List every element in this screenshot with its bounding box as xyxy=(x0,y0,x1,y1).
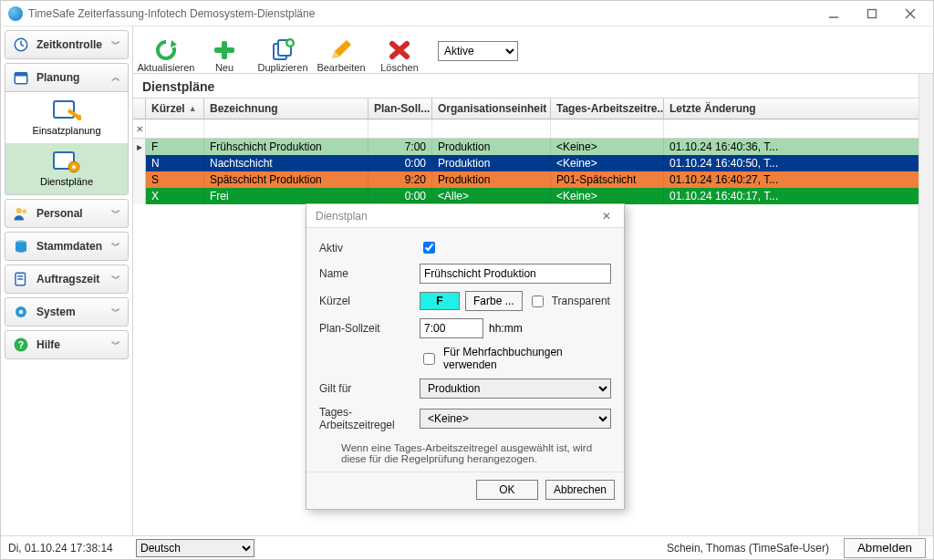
new-button[interactable]: Neu xyxy=(199,29,250,73)
cell-plansoll: 9:20 xyxy=(368,171,432,188)
kuerzel-swatch[interactable]: F xyxy=(420,292,460,310)
cell-plansoll: 0:00 xyxy=(368,188,432,204)
col-bezeichnung[interactable]: Bezeichnung xyxy=(204,99,368,119)
cell-plansoll: 7:00 xyxy=(368,139,432,155)
plansoll-input[interactable] xyxy=(420,318,483,338)
minimize-button[interactable] xyxy=(815,2,853,26)
maximize-button[interactable] xyxy=(853,2,891,26)
pencil-icon xyxy=(328,38,354,62)
cell-aenderung: 01.10.24 16:40:50, T... xyxy=(664,155,933,171)
svg-rect-1 xyxy=(868,9,877,17)
nav-personal[interactable]: Personal ︾ xyxy=(5,199,129,228)
table-row[interactable]: ▸FFrühschicht Produktion7:00Produktion<K… xyxy=(133,139,933,155)
gear-plan-icon xyxy=(52,149,81,174)
transparent-option[interactable]: Transparent xyxy=(528,293,610,310)
cell-kuerzel: S xyxy=(146,171,204,188)
col-tagesregel[interactable]: Tages-Arbeitszeitre... xyxy=(551,99,664,119)
cell-org: Produktion xyxy=(432,139,551,155)
giltfuer-select[interactable]: Produktion xyxy=(420,379,611,399)
nav-dienstplaene[interactable]: Dienstpläne xyxy=(5,143,128,194)
table-row[interactable]: NNachtschicht0:00Produktion<Keine>01.10.… xyxy=(133,155,933,171)
grid-title: Dienstpläne xyxy=(133,74,933,99)
sidebar: Zeitkontrolle ︾ Planung ︽ Einsatzplanung… xyxy=(1,26,133,535)
svg-point-13 xyxy=(72,165,76,169)
nav-einsatzplanung[interactable]: Einsatzplanung xyxy=(5,92,128,143)
grid-scrollbar[interactable] xyxy=(918,74,933,535)
language-select[interactable]: Deutsch xyxy=(136,539,254,557)
label-giltfuer: Gilt für xyxy=(319,382,420,395)
delete-icon xyxy=(387,38,412,62)
svg-point-15 xyxy=(23,210,27,214)
svg-point-14 xyxy=(16,208,22,213)
chevrons-icon: ︽ xyxy=(111,74,120,81)
indicator xyxy=(133,171,146,188)
transparent-checkbox[interactable] xyxy=(532,296,544,307)
nav-planung-children: Einsatzplanung Dienstpläne xyxy=(5,92,129,195)
cell-regel: P01-Spätschicht xyxy=(551,171,664,188)
label-aktiv: Aktiv xyxy=(319,242,420,254)
cancel-button[interactable]: Abbrechen xyxy=(545,480,615,500)
label-kuerzel: Kürzel xyxy=(319,295,420,307)
cell-regel: <Keine> xyxy=(551,188,664,204)
table-row[interactable]: SSpätschicht Produktion9:20ProduktionP01… xyxy=(133,171,933,188)
duplicate-icon xyxy=(270,38,296,62)
cell-bezeichnung: Frühschicht Produktion xyxy=(204,139,368,155)
duplicate-button[interactable]: Duplizieren xyxy=(257,29,308,73)
cell-kuerzel: X xyxy=(146,188,204,204)
label-name: Name xyxy=(319,267,420,280)
ok-button[interactable]: OK xyxy=(476,480,538,500)
svg-rect-8 xyxy=(15,73,27,77)
cell-bezeichnung: Nachtschicht xyxy=(204,155,368,171)
col-indicator[interactable] xyxy=(133,99,146,119)
col-plansoll[interactable]: Plan-Soll... xyxy=(368,99,432,119)
col-aenderung[interactable]: Letzte Änderung xyxy=(664,99,933,119)
hhmm-hint: hh:mm xyxy=(489,322,523,335)
tagesregel-select[interactable]: <Keine> xyxy=(420,409,611,429)
nav-hilfe[interactable]: ? Hilfe ︾ xyxy=(5,330,129,359)
filter-clear[interactable]: ✕ xyxy=(133,119,146,138)
nav-stammdaten[interactable]: Stammdaten ︾ xyxy=(5,232,129,261)
edit-button[interactable]: Bearbeiten xyxy=(316,29,367,73)
farbe-button[interactable]: Farbe ... xyxy=(465,291,523,311)
svg-text:?: ? xyxy=(18,339,24,350)
window-titlebar: TimeSafe Zeiterfassung-Infotech Demosyst… xyxy=(1,1,933,26)
cell-kuerzel: N xyxy=(146,155,204,171)
status-user: Schein, Thomas (TimeSafe-User) xyxy=(667,542,829,555)
refresh-button[interactable]: Aktualisieren xyxy=(140,29,192,73)
label-mehrfach: Für Mehrfachbuchungen verwenden xyxy=(443,346,611,371)
indicator xyxy=(133,188,146,204)
cell-bezeichnung: Frei xyxy=(204,188,368,204)
col-kuerzel[interactable]: Kürzel▲ xyxy=(146,99,204,119)
nav-zeitkontrolle[interactable]: Zeitkontrolle ︾ xyxy=(5,30,129,59)
nav-child-label: Einsatzplanung xyxy=(32,125,100,136)
help-icon: ? xyxy=(13,337,29,353)
filter-select[interactable]: Aktive xyxy=(438,41,518,61)
cell-aenderung: 01.10.24 16:40:17, T... xyxy=(664,188,933,204)
cell-org: Produktion xyxy=(432,155,551,171)
col-orgeinheit[interactable]: Organisationseinheit xyxy=(432,99,551,119)
logout-button[interactable]: Abmelden xyxy=(844,538,926,558)
dialog-close-button[interactable]: ✕ xyxy=(595,206,618,226)
chevrons-icon: ︾ xyxy=(111,41,120,48)
nav-label: Personal xyxy=(36,207,111,220)
plan-icon xyxy=(52,98,81,123)
mehrfach-checkbox[interactable] xyxy=(423,353,435,365)
close-button[interactable] xyxy=(891,2,929,26)
toolbar-label: Neu xyxy=(215,62,234,73)
delete-button[interactable]: Löschen xyxy=(374,29,425,73)
grid-filter-row[interactable]: ✕ xyxy=(133,119,933,139)
sort-asc-icon: ▲ xyxy=(189,104,197,113)
app-icon xyxy=(8,6,23,21)
users-icon xyxy=(13,205,29,222)
nav-system[interactable]: System ︾ xyxy=(5,297,129,327)
table-row[interactable]: XFrei0:00<Alle><Keine>01.10.24 16:40:17,… xyxy=(133,188,933,204)
chevrons-icon: ︾ xyxy=(111,210,120,217)
dialog-titlebar[interactable]: Dienstplan ✕ xyxy=(306,204,624,228)
cell-org: Produktion xyxy=(432,171,551,188)
cell-aenderung: 01.10.24 16:40:36, T... xyxy=(664,139,933,155)
aktiv-checkbox[interactable] xyxy=(423,242,435,254)
nav-planung[interactable]: Planung ︽ xyxy=(5,63,129,92)
cell-aenderung: 01.10.24 16:40:27, T... xyxy=(664,171,933,188)
nav-auftragszeit[interactable]: Auftragszeit ︾ xyxy=(5,264,129,294)
name-input[interactable] xyxy=(420,264,611,284)
